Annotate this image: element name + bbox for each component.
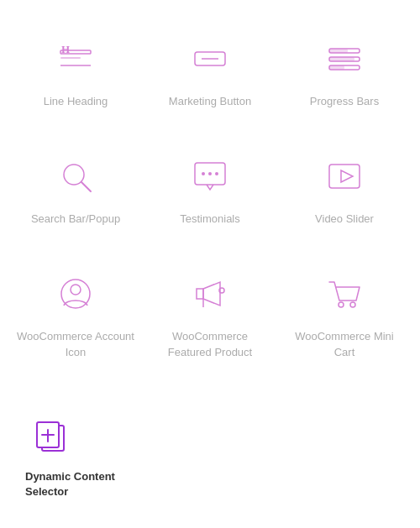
svg-rect-11 bbox=[329, 65, 344, 70]
grid-item-woo-mini-cart[interactable]: WooCommerce Mini Cart bbox=[277, 252, 412, 384]
grid-item-video-slider[interactable]: Video Slider bbox=[277, 134, 412, 252]
woo-account-label: WooCommerce Account Icon bbox=[17, 329, 134, 359]
progress-bars-icon bbox=[319, 34, 370, 84]
grid-item-woo-featured[interactable]: WooCommerce Featured Product bbox=[143, 252, 277, 384]
line-heading-label: Line Heading bbox=[44, 94, 108, 109]
marketing-button-icon bbox=[185, 34, 235, 84]
dynamic-content-icon bbox=[25, 410, 76, 461]
dynamic-content-label: Dynamic Content Selector bbox=[25, 469, 143, 499]
woo-featured-label: WooCommerce Featured Product bbox=[151, 329, 269, 359]
grid-item-progress-bars[interactable]: Progress Bars bbox=[277, 17, 412, 134]
search-icon bbox=[50, 151, 101, 201]
woo-mini-cart-icon bbox=[319, 269, 370, 319]
grid-item-line-heading[interactable]: H Line Heading bbox=[8, 17, 143, 134]
marketing-button-label: Marketing Button bbox=[169, 94, 251, 109]
svg-rect-1 bbox=[60, 57, 81, 59]
testimonials-icon bbox=[185, 151, 235, 201]
woo-featured-icon bbox=[185, 269, 235, 319]
search-bar-label: Search Bar/Popup bbox=[31, 212, 120, 227]
svg-text:H: H bbox=[61, 43, 70, 55]
svg-point-15 bbox=[202, 172, 205, 175]
svg-point-17 bbox=[215, 172, 218, 175]
widget-grid: H Line Heading Marketing Button bbox=[0, 0, 420, 402]
svg-point-21 bbox=[71, 285, 81, 295]
testimonials-label: Testimonials bbox=[180, 212, 240, 227]
grid-item-testimonials[interactable]: Testimonials bbox=[143, 134, 277, 252]
video-slider-icon bbox=[319, 151, 370, 201]
svg-point-16 bbox=[208, 172, 212, 175]
svg-line-13 bbox=[81, 182, 91, 191]
progress-bars-label: Progress Bars bbox=[310, 94, 379, 109]
grid-item-woo-account[interactable]: WooCommerce Account Icon bbox=[8, 252, 143, 384]
svg-rect-9 bbox=[329, 57, 354, 61]
line-heading-icon: H bbox=[50, 34, 101, 84]
svg-point-24 bbox=[350, 302, 355, 307]
bottom-section: Dynamic Content Selector bbox=[0, 402, 420, 525]
grid-item-search-bar[interactable]: Search Bar/Popup bbox=[8, 134, 143, 252]
svg-rect-7 bbox=[329, 49, 348, 53]
woo-mini-cart-label: WooCommerce Mini Cart bbox=[286, 329, 403, 359]
grid-item-marketing-button[interactable]: Marketing Button bbox=[143, 17, 277, 134]
woo-account-icon bbox=[50, 269, 101, 319]
svg-marker-19 bbox=[341, 170, 353, 182]
grid-item-dynamic-content[interactable]: Dynamic Content Selector bbox=[25, 410, 143, 499]
video-slider-label: Video Slider bbox=[315, 212, 374, 227]
svg-rect-18 bbox=[329, 165, 360, 188]
svg-point-23 bbox=[339, 302, 344, 307]
